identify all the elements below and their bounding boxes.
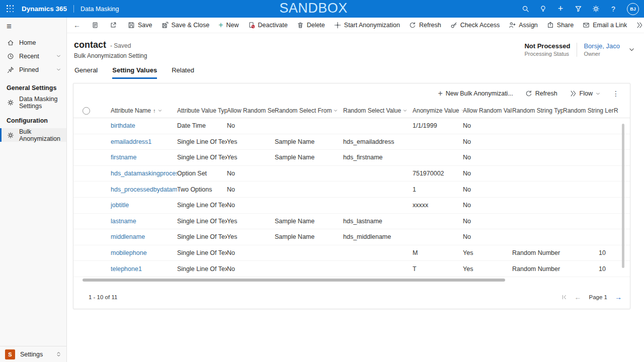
table-row[interactable]: firstnameSingle Line Of TextYesSample Na…: [73, 150, 630, 166]
tab-related[interactable]: Related: [172, 66, 194, 79]
email-a-link-label: Email a Link: [593, 22, 627, 29]
cell-attribute_name[interactable]: jobtitle: [111, 202, 177, 209]
grid-more-commands-button[interactable]: ⋮: [608, 87, 624, 100]
table-row[interactable]: telephone1Single Line Of TextNoTYesRando…: [73, 261, 630, 277]
table-row[interactable]: birthdateDate TimeNo1/1/1999No: [73, 118, 630, 134]
start-anonymization-button[interactable]: Start Anonymization: [330, 19, 405, 32]
table-row[interactable]: jobtitleSingle Line Of TextNoxxxxxNo: [73, 198, 630, 214]
grid-flow-button[interactable]: Flow: [565, 87, 605, 100]
page-number: Page 1: [589, 294, 607, 300]
collapse-header-chevron-icon[interactable]: [628, 46, 635, 53]
vertical-scrollbar[interactable]: [622, 124, 624, 268]
column-header-random_select_from[interactable]: Random Select From: [275, 107, 343, 114]
gear-icon[interactable]: [592, 5, 600, 13]
cell-attribute_value_type: Single Line Of Text: [177, 218, 227, 225]
cell-allow_random_select: No: [227, 249, 275, 256]
area-switcher-chevrons-icon[interactable]: [56, 351, 61, 357]
popout-button[interactable]: [105, 19, 121, 32]
cell-attribute_value_type: Two Options: [177, 186, 227, 193]
cell-attribute_name[interactable]: emailaddress1: [111, 138, 177, 145]
share-button[interactable]: Share: [542, 19, 578, 32]
app-name[interactable]: Data Masking: [80, 6, 119, 13]
email-a-link-button[interactable]: Email a Link: [578, 19, 631, 32]
table-row[interactable]: middlenameSingle Line Of TextYesSample N…: [73, 229, 630, 245]
owner-value-link[interactable]: Borsje, Jaco: [584, 42, 620, 50]
email-icon: [583, 22, 590, 29]
table-row[interactable]: lastnameSingle Line Of TextYesSample Nam…: [73, 214, 630, 230]
column-header-random_string_type[interactable]: Random String Type: [512, 107, 563, 114]
save-button[interactable]: Save: [123, 19, 157, 32]
column-header-random_select_value[interactable]: Random Select Value: [343, 107, 413, 114]
table-row[interactable]: emailaddress1Single Line Of TextYesSampl…: [73, 134, 630, 150]
cell-attribute_value_type: Date Time: [177, 122, 227, 129]
cell-attribute_name[interactable]: lastname: [111, 218, 177, 225]
column-header-allow_random_value[interactable]: Allow Random Value: [463, 107, 512, 114]
plus-icon[interactable]: +: [556, 5, 565, 13]
cell-attribute_name[interactable]: hds_processedbydatamask...: [111, 186, 177, 193]
select-all-radio[interactable]: [83, 107, 90, 115]
table-row[interactable]: mobilephoneSingle Line Of TextNoMYesRand…: [73, 245, 630, 261]
hamburger-icon[interactable]: ≡: [7, 22, 66, 31]
delete-button[interactable]: Delete: [292, 19, 330, 32]
table-row[interactable]: hds_datamaskingprocessin...Option SetNo7…: [73, 166, 630, 182]
save-close-icon: [162, 22, 169, 29]
sidebar-item-label: Bulk Anonymization: [19, 128, 66, 142]
next-page-icon[interactable]: →: [615, 293, 622, 301]
column-header-allow_random_select[interactable]: Allow Random Sel...: [227, 107, 275, 114]
plus-icon: +: [438, 89, 442, 98]
sidebar-item-data-masking-settings[interactable]: Data Masking Settings: [0, 96, 66, 109]
previous-page-icon[interactable]: ←: [575, 293, 582, 301]
cell-allow_random_value: No: [463, 218, 512, 225]
area-switcher[interactable]: S Settings: [0, 346, 66, 362]
column-header-attribute_value_type[interactable]: Attribute Value Type: [177, 107, 227, 114]
column-header-r[interactable]: R: [614, 107, 629, 114]
cell-attribute_name[interactable]: birthdate: [111, 122, 177, 129]
dynamics-365-brand[interactable]: Dynamics 365: [22, 5, 67, 13]
column-header-random_string_length[interactable]: Random String Len...: [563, 107, 614, 114]
assign-button[interactable]: Assign: [504, 19, 542, 32]
save-and-close-label: Save & Close: [172, 22, 210, 29]
cell-attribute_name[interactable]: firstname: [111, 154, 177, 161]
sidebar-item-pinned[interactable]: Pinned: [0, 63, 66, 76]
record-header: contact - Saved Bulk Anonymization Setti…: [67, 33, 644, 59]
sidebar-item-home[interactable]: Home: [0, 36, 66, 49]
cell-attribute_name[interactable]: hds_datamaskingprocessin...: [111, 170, 177, 177]
column-header-attribute_name[interactable]: Attribute Name↑: [111, 107, 177, 114]
user-avatar[interactable]: BJ: [627, 3, 639, 15]
sidebar-item-recent[interactable]: Recent: [0, 49, 66, 63]
table-row[interactable]: hds_processedbydatamask...Two OptionsNo1…: [73, 182, 630, 198]
cell-attribute_name[interactable]: middlename: [111, 233, 177, 240]
search-icon[interactable]: [521, 5, 529, 13]
sidebar-item-bulk-anonymization[interactable]: Bulk Anonymization: [0, 128, 66, 142]
horizontal-scrollbar[interactable]: [83, 279, 505, 282]
lightbulb-icon[interactable]: [539, 5, 547, 13]
save-and-close-button[interactable]: Save & Close: [157, 19, 214, 32]
check-access-button[interactable]: Check Access: [446, 19, 505, 32]
cell-attribute_name[interactable]: telephone1: [111, 265, 177, 273]
chevron-down-icon: [596, 92, 600, 96]
cell-attribute_name[interactable]: mobilephone: [111, 249, 177, 256]
refresh-icon: [409, 22, 416, 29]
show-form-button[interactable]: [87, 19, 103, 32]
deactivate-button[interactable]: Deactivate: [244, 19, 292, 32]
new-button[interactable]: +New: [214, 19, 243, 32]
cell-random_string_length: 10: [563, 249, 614, 256]
cell-random_select_value: hds_middlename: [343, 233, 413, 240]
funnel-icon[interactable]: [574, 5, 582, 13]
grid-refresh-button[interactable]: Refresh: [521, 87, 562, 100]
tab-setting-values[interactable]: Setting Values: [112, 66, 157, 79]
cell-random_select_value: hds_firstname: [343, 154, 413, 161]
refresh-button[interactable]: Refresh: [405, 19, 446, 32]
first-page-icon[interactable]: [561, 294, 567, 300]
sidebar-item-label: Recent: [19, 53, 39, 60]
flow-button[interactable]: Flow: [631, 19, 644, 32]
waffle-icon[interactable]: [7, 5, 14, 13]
help-icon[interactable]: ?: [609, 5, 617, 13]
back-button[interactable]: ←: [69, 19, 85, 32]
column-header-anonymize_value[interactable]: Anonymize Value: [413, 107, 463, 114]
start-anonymization-label: Start Anonymization: [344, 22, 400, 29]
tab-general[interactable]: General: [74, 66, 98, 79]
cell-allow_random_select: No: [227, 202, 275, 209]
new-bulk-anonymization-setting-value-button[interactable]: +New Bulk Anonymizati...: [433, 87, 517, 100]
column-label: Allow Random Sel...: [227, 107, 275, 114]
